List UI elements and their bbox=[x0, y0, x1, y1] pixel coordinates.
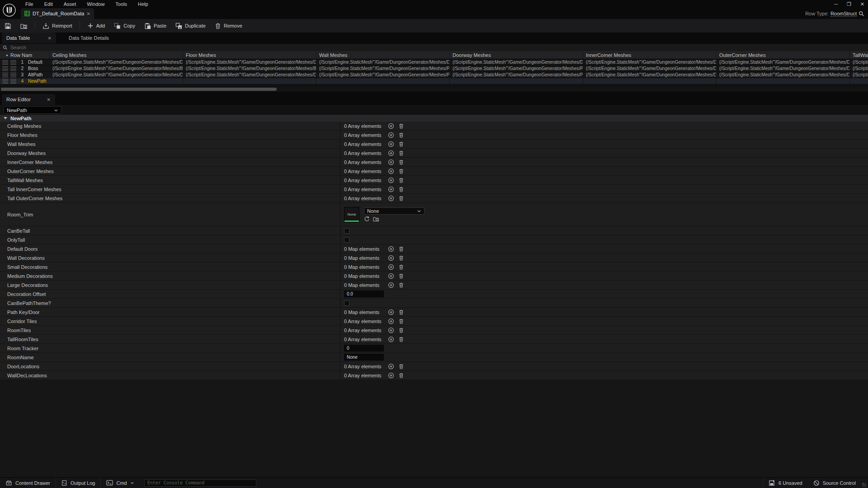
console-command-input[interactable] bbox=[144, 479, 256, 487]
delete-elements-button[interactable] bbox=[397, 254, 405, 262]
delete-elements-button[interactable] bbox=[397, 318, 405, 325]
text-input[interactable]: 0.0 bbox=[344, 291, 384, 297]
row-selector-dropdown[interactable]: NewPath bbox=[4, 106, 61, 114]
use-selected-asset-button[interactable] bbox=[364, 216, 370, 222]
add-row-button[interactable]: Add bbox=[83, 19, 110, 33]
checkbox[interactable] bbox=[344, 228, 349, 234]
add-element-button[interactable] bbox=[387, 168, 395, 175]
drag-handle-icon[interactable] bbox=[2, 73, 16, 77]
delete-elements-button[interactable] bbox=[397, 336, 405, 343]
delete-elements-button[interactable] bbox=[397, 141, 405, 148]
unsaved-button[interactable]: 6 Unsaved bbox=[763, 478, 808, 488]
add-element-button[interactable] bbox=[387, 195, 395, 202]
add-element-button[interactable] bbox=[387, 282, 395, 289]
minimize-button[interactable]: ─ bbox=[834, 1, 838, 7]
menu-window[interactable]: Window bbox=[81, 1, 110, 7]
asset-dropdown[interactable]: None bbox=[364, 207, 425, 215]
add-element-button[interactable] bbox=[387, 177, 395, 184]
close-icon[interactable]: ✕ bbox=[87, 11, 90, 16]
horizontal-scrollbar[interactable] bbox=[0, 87, 868, 91]
add-element-button[interactable] bbox=[387, 363, 395, 370]
table-row[interactable]: 3 AltPath(/Script/Engine.StaticMesh'"/Ga… bbox=[0, 72, 868, 78]
delete-elements-button[interactable] bbox=[397, 363, 405, 370]
column-header[interactable]: InnerCorner Meshes bbox=[583, 51, 717, 59]
duplicate-button[interactable]: Duplicate bbox=[171, 19, 210, 33]
delete-elements-button[interactable] bbox=[397, 177, 405, 184]
close-icon[interactable]: ✕ bbox=[47, 97, 51, 102]
add-element-button[interactable] bbox=[387, 186, 395, 193]
add-element-button[interactable] bbox=[387, 150, 395, 157]
text-input[interactable]: 0 bbox=[344, 345, 384, 352]
add-element-button[interactable] bbox=[387, 372, 395, 379]
delete-elements-button[interactable] bbox=[397, 309, 405, 316]
delete-elements-button[interactable] bbox=[397, 245, 405, 253]
browse-to-asset-button[interactable] bbox=[373, 216, 379, 222]
drag-handle-icon[interactable] bbox=[2, 79, 16, 84]
row-type-value[interactable]: RoomStruct bbox=[830, 11, 857, 17]
add-element-button[interactable] bbox=[387, 327, 395, 334]
tab-data-table-details[interactable]: Data Table Details bbox=[65, 33, 113, 43]
drag-handle-icon[interactable] bbox=[2, 66, 16, 71]
delete-elements-button[interactable] bbox=[397, 282, 405, 289]
source-control-button[interactable]: Source Control bbox=[808, 478, 861, 488]
column-header[interactable]: TallWall bbox=[850, 51, 868, 59]
add-element-button[interactable] bbox=[387, 336, 395, 343]
asset-thumbnail[interactable]: None bbox=[344, 207, 359, 222]
menu-tools[interactable]: Tools bbox=[110, 1, 132, 7]
browse-to-asset-button[interactable] bbox=[16, 19, 32, 33]
save-button[interactable] bbox=[0, 19, 16, 33]
drag-handle-icon[interactable] bbox=[2, 60, 16, 65]
add-element-button[interactable] bbox=[387, 122, 395, 130]
close-button[interactable]: ✕ bbox=[860, 1, 864, 7]
add-element-button[interactable] bbox=[387, 254, 395, 262]
delete-elements-button[interactable] bbox=[397, 122, 405, 130]
delete-elements-button[interactable] bbox=[397, 327, 405, 334]
column-header[interactable]: Doorway Meshes bbox=[450, 51, 583, 59]
add-element-button[interactable] bbox=[387, 245, 395, 253]
tab-row-editor[interactable]: Row Editor ✕ bbox=[2, 94, 55, 105]
maximize-button[interactable]: ❐ bbox=[847, 1, 851, 7]
delete-elements-button[interactable] bbox=[397, 150, 405, 157]
column-header[interactable]: OuterCorner Meshes bbox=[717, 51, 850, 59]
remove-button[interactable]: Remove bbox=[210, 19, 247, 33]
table-row[interactable]: 2 Boss(/Script/Engine.StaticMesh'"/Game/… bbox=[0, 66, 868, 72]
reimport-button[interactable]: Reimport bbox=[38, 19, 77, 33]
delete-elements-button[interactable] bbox=[397, 168, 405, 175]
window-resize-grip[interactable] bbox=[862, 483, 866, 487]
table-row[interactable]: 1 Default(/Script/Engine.StaticMesh'"/Ga… bbox=[0, 59, 868, 66]
add-element-button[interactable] bbox=[387, 141, 395, 148]
paste-button[interactable]: Paste bbox=[140, 19, 171, 33]
delete-elements-button[interactable] bbox=[397, 186, 405, 193]
menu-asset[interactable]: Asset bbox=[58, 1, 82, 7]
delete-elements-button[interactable] bbox=[397, 159, 405, 166]
add-element-button[interactable] bbox=[387, 131, 395, 139]
asset-tab[interactable]: DT_Default_RoomData* ✕ bbox=[21, 8, 94, 19]
delete-elements-button[interactable] bbox=[397, 131, 405, 139]
tab-data-table[interactable]: Data Table ✕ bbox=[2, 33, 56, 43]
column-header[interactable]: Wall Meshes bbox=[316, 51, 450, 59]
content-drawer-button[interactable]: Content Drawer bbox=[0, 478, 56, 488]
copy-button[interactable]: Copy bbox=[109, 19, 140, 33]
delete-elements-button[interactable] bbox=[397, 195, 405, 202]
delete-elements-button[interactable] bbox=[397, 263, 405, 271]
checkbox[interactable] bbox=[344, 237, 349, 243]
search-icon[interactable] bbox=[859, 11, 864, 17]
delete-elements-button[interactable] bbox=[397, 272, 405, 280]
column-header[interactable]: Floor Meshes bbox=[183, 51, 316, 59]
column-header[interactable]: Ceiling Meshes bbox=[50, 51, 183, 59]
add-element-button[interactable] bbox=[387, 318, 395, 325]
delete-elements-button[interactable] bbox=[397, 372, 405, 379]
add-element-button[interactable] bbox=[387, 272, 395, 280]
add-element-button[interactable] bbox=[387, 309, 395, 316]
text-input[interactable]: None bbox=[344, 354, 384, 361]
add-element-button[interactable] bbox=[387, 159, 395, 166]
menu-file[interactable]: File bbox=[20, 1, 39, 7]
struct-section-header[interactable]: NewPath bbox=[0, 115, 868, 122]
close-icon[interactable]: ✕ bbox=[48, 36, 52, 41]
cmd-dropdown[interactable]: Cmd bbox=[101, 478, 139, 488]
add-element-button[interactable] bbox=[387, 263, 395, 271]
column-header-row-name[interactable]: ▲ Row Nam bbox=[0, 51, 50, 59]
output-log-button[interactable]: Output Log bbox=[56, 478, 100, 488]
table-row[interactable]: 4 NewPath bbox=[0, 78, 868, 84]
scrollbar-thumb[interactable] bbox=[1, 88, 277, 91]
